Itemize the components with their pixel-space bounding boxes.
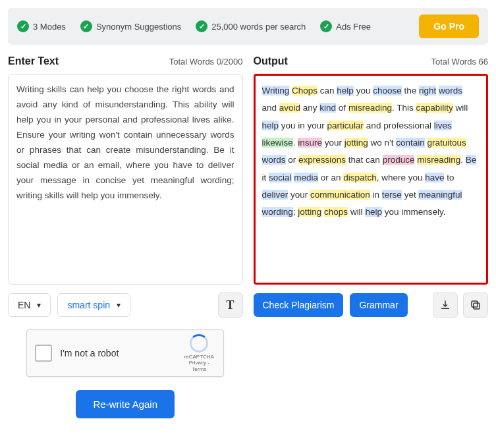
feature-label: Ads Free [336, 22, 371, 32]
check-icon: ✓ [80, 20, 92, 32]
feature-adsfree: ✓Ads Free [320, 20, 371, 32]
check-icon: ✓ [196, 20, 207, 32]
feature-wordlimit: ✓25,000 words per search [196, 20, 306, 32]
rewrite-button[interactable]: Re-write Again [76, 390, 175, 418]
highlighted-word[interactable]: misreading [417, 155, 460, 165]
language-select[interactable]: EN▾ [8, 293, 51, 317]
highlighted-word[interactable]: Writing [262, 86, 290, 96]
highlighted-word[interactable]: gratuitous [427, 138, 466, 148]
feature-modes: ✓3 Modes [17, 20, 66, 32]
grammar-button[interactable]: Grammar [350, 293, 407, 317]
highlighted-word[interactable]: help [262, 121, 279, 130]
recaptcha-spinner-icon [190, 334, 208, 352]
highlighted-word[interactable]: capability [416, 103, 453, 113]
check-icon: ✓ [17, 20, 29, 32]
mode-select[interactable]: smart spin▾ [57, 293, 130, 317]
highlighted-word[interactable]: contain [396, 138, 425, 148]
language-value: EN [18, 300, 30, 310]
highlighted-word[interactable]: help [337, 86, 354, 96]
highlighted-word[interactable]: particular [327, 121, 364, 130]
output-word-counter: Total Words 66 [431, 57, 488, 67]
highlighted-word[interactable]: jotting [298, 207, 321, 217]
highlighted-word[interactable]: lives [434, 121, 452, 130]
highlighted-word[interactable]: likewise [262, 138, 293, 148]
highlighted-word[interactable]: produce [383, 155, 415, 165]
feature-bar: ✓3 Modes ✓Synonym Suggestions ✓25,000 wo… [8, 8, 488, 45]
highlighted-word[interactable]: right [419, 86, 436, 96]
recaptcha-brand: reCAPTCHA [182, 354, 215, 360]
highlighted-word[interactable]: media [294, 173, 318, 182]
svg-rect-1 [472, 301, 478, 307]
mode-value: smart spin [67, 300, 110, 310]
recaptcha-label: I'm not a robot [60, 348, 175, 358]
recaptcha-legal: Privacy - Terms [182, 360, 215, 372]
check-icon: ✓ [320, 20, 332, 32]
highlighted-word[interactable]: dispatch [343, 173, 376, 182]
highlighted-word[interactable]: jotting [344, 138, 368, 148]
highlighted-word[interactable]: expressions [298, 155, 346, 165]
chevron-down-icon: ▾ [37, 300, 41, 310]
highlighted-word[interactable]: terse [382, 190, 402, 200]
copy-icon[interactable] [463, 293, 488, 318]
highlighted-word[interactable]: words [262, 155, 286, 165]
input-column: Enter Text Total Words 0/2000 Writing sk… [8, 55, 243, 418]
output-column: Output Total Words 66 Writing Chops can … [254, 55, 489, 418]
chevron-down-icon: ▾ [117, 300, 121, 310]
input-textarea[interactable]: Writing skills can help you choose the r… [8, 74, 243, 285]
highlighted-word[interactable]: insure [298, 138, 322, 148]
highlighted-word[interactable]: have [425, 173, 444, 182]
highlighted-word[interactable]: misreading [348, 103, 392, 113]
output-title: Output [254, 55, 288, 67]
highlighted-word[interactable]: chops [324, 207, 348, 217]
recaptcha-logo: reCAPTCHA Privacy - Terms [182, 334, 215, 373]
highlighted-word[interactable]: social [269, 173, 292, 182]
highlighted-word[interactable]: wording [262, 207, 293, 217]
typography-icon[interactable]: T [218, 293, 243, 318]
output-text: Writing Chops can help you choose the ri… [254, 74, 489, 285]
go-pro-button[interactable]: Go Pro [419, 14, 479, 38]
input-word-counter: Total Words 0/2000 [169, 57, 243, 67]
highlighted-word[interactable]: deliver [262, 190, 289, 200]
highlighted-word[interactable]: Chops [292, 86, 317, 96]
highlighted-word[interactable]: words [439, 86, 462, 96]
highlighted-word[interactable]: Be [466, 155, 477, 165]
feature-label: Synonym Suggestions [96, 22, 181, 32]
feature-label: 25,000 words per search [211, 22, 306, 32]
highlighted-word[interactable]: meaningful [418, 190, 462, 200]
svg-rect-0 [474, 303, 480, 309]
input-title: Enter Text [8, 55, 59, 67]
highlighted-word[interactable]: communication [310, 190, 370, 200]
highlighted-word[interactable]: help [365, 207, 382, 217]
highlighted-word[interactable]: choose [373, 86, 402, 96]
recaptcha-widget[interactable]: I'm not a robot reCAPTCHA Privacy - Term… [26, 329, 224, 377]
feature-synonyms: ✓Synonym Suggestions [80, 20, 181, 32]
highlighted-word[interactable]: kind [319, 103, 336, 113]
highlighted-word[interactable]: avoid [279, 103, 300, 113]
check-plagiarism-button[interactable]: Check Plagiarism [254, 293, 344, 317]
recaptcha-checkbox[interactable] [35, 345, 52, 362]
download-icon[interactable] [433, 293, 458, 318]
feature-label: 3 Modes [33, 22, 66, 32]
